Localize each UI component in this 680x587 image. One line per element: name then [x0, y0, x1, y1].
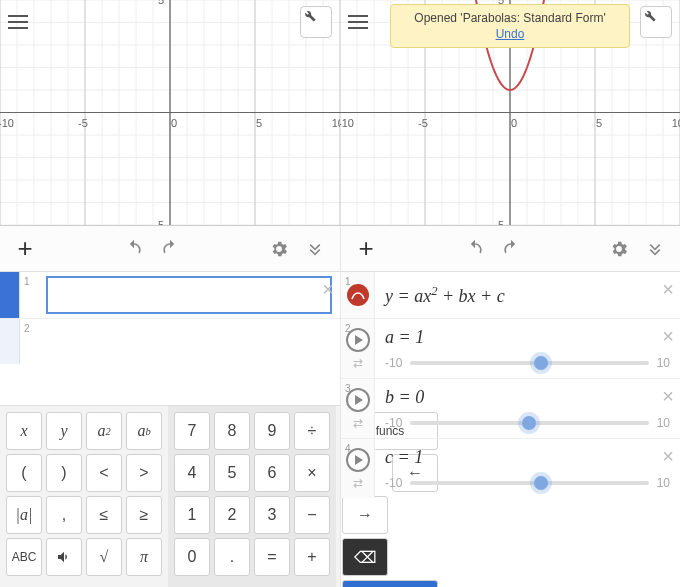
key-9[interactable]: 9: [254, 412, 290, 450]
slider-max: 10: [657, 476, 670, 490]
settings-wrench-left[interactable]: [300, 6, 332, 38]
key-≥[interactable]: ≥: [126, 496, 162, 534]
chevron-double-down-icon: [645, 239, 665, 259]
key-√[interactable]: √: [86, 538, 122, 576]
add-expression-button[interactable]: +: [10, 234, 40, 264]
svg-text:5: 5: [596, 117, 602, 129]
slider-track[interactable]: [410, 421, 648, 425]
expression-row[interactable]: 3⇄b = 0-1010×: [341, 378, 680, 438]
expression-input[interactable]: [46, 276, 332, 314]
expression-row-1[interactable]: 1 ×: [0, 272, 340, 318]
key-3[interactable]: 3: [254, 496, 290, 534]
key-4[interactable]: 4: [174, 454, 210, 492]
graph-pane-right[interactable]: -10-50510-55 Opened 'Parabolas: Standard…: [340, 0, 680, 225]
slider-track[interactable]: [410, 481, 648, 485]
key-([interactable]: (: [6, 454, 42, 492]
toast-text: Opened 'Parabolas: Standard Form': [414, 11, 605, 25]
slider-min: -10: [385, 356, 402, 370]
svg-text:-10: -10: [340, 117, 354, 129]
key-ABC[interactable]: ABC: [6, 538, 42, 576]
svg-text:0: 0: [171, 117, 177, 129]
row-gutter: 4⇄: [341, 439, 375, 498]
wrench-icon: [301, 7, 317, 23]
key-)[interactable]: ): [46, 454, 82, 492]
delete-row-button[interactable]: ×: [662, 385, 674, 408]
row-content: a = 1-1010: [375, 319, 680, 378]
undo-button[interactable]: [460, 234, 490, 264]
key-5[interactable]: 5: [214, 454, 250, 492]
key-<[interactable]: <: [86, 454, 122, 492]
wrench-icon: [641, 7, 657, 23]
key-a²[interactable]: a2: [86, 412, 122, 450]
gear-button[interactable]: [604, 234, 634, 264]
key-0[interactable]: 0: [174, 538, 210, 576]
menu-button-right[interactable]: [348, 8, 376, 36]
key->[interactable]: >: [126, 454, 162, 492]
delete-row-button[interactable]: ×: [662, 325, 674, 348]
loop-icon: ⇄: [353, 476, 363, 490]
delete-row-button[interactable]: ×: [322, 278, 334, 301]
key-×[interactable]: ×: [294, 454, 330, 492]
key-π[interactable]: π: [126, 538, 162, 576]
key-÷[interactable]: ÷: [294, 412, 330, 450]
audio-icon: [56, 549, 72, 565]
key-🔊[interactable]: [46, 538, 82, 576]
collapse-button[interactable]: [640, 234, 670, 264]
toolbar-right: +: [341, 226, 680, 272]
svg-text:-5: -5: [154, 219, 164, 225]
delete-row-button[interactable]: ×: [662, 278, 674, 301]
delete-row-button[interactable]: ×: [662, 445, 674, 468]
graph-pane-left[interactable]: -10-50510-55: [0, 0, 340, 225]
key-1[interactable]: 1: [174, 496, 210, 534]
settings-wrench-right[interactable]: [640, 6, 672, 38]
expression-row-2[interactable]: 2: [0, 318, 340, 364]
key-=[interactable]: =: [254, 538, 290, 576]
chevron-double-down-icon: [305, 239, 325, 259]
key-≤[interactable]: ≤: [86, 496, 122, 534]
slider-label: a = 1: [385, 327, 670, 348]
key-y[interactable]: y: [46, 412, 82, 450]
slider-label: c = 1: [385, 447, 670, 468]
slider-label: b = 0: [385, 387, 670, 408]
slider-thumb[interactable]: [534, 476, 548, 490]
key-+[interactable]: +: [294, 538, 330, 576]
key-,[interactable]: ,: [46, 496, 82, 534]
add-expression-button[interactable]: +: [351, 234, 381, 264]
key-aᵇ[interactable]: ab: [126, 412, 162, 450]
slider-track[interactable]: [410, 361, 648, 365]
key-2[interactable]: 2: [214, 496, 250, 534]
collapse-button[interactable]: [300, 234, 330, 264]
redo-button[interactable]: [155, 234, 185, 264]
key-.[interactable]: .: [214, 538, 250, 576]
gear-button[interactable]: [264, 234, 294, 264]
toast-notification: Opened 'Parabolas: Standard Form' Undo: [390, 4, 630, 48]
slider[interactable]: -1010: [385, 416, 670, 430]
key-8[interactable]: 8: [214, 412, 250, 450]
svg-text:10: 10: [332, 117, 340, 129]
slider-thumb[interactable]: [534, 356, 548, 370]
redo-button[interactable]: [496, 234, 526, 264]
slider[interactable]: -1010: [385, 356, 670, 370]
menu-button-left[interactable]: [8, 8, 36, 36]
expression-row[interactable]: 4⇄c = 1-1010×: [341, 438, 680, 498]
slider-max: 10: [657, 416, 670, 430]
slider-min: -10: [385, 416, 402, 430]
slider[interactable]: -1010: [385, 476, 670, 490]
gear-icon: [269, 239, 289, 259]
svg-text:0: 0: [511, 117, 517, 129]
row-gutter: 1: [341, 272, 375, 318]
slider-min: -10: [385, 476, 402, 490]
key-−[interactable]: −: [294, 496, 330, 534]
slider-max: 10: [657, 356, 670, 370]
expression-row[interactable]: 1y = ax2 + bx + c×: [341, 272, 680, 318]
key-6[interactable]: 6: [254, 454, 290, 492]
key-x[interactable]: x: [6, 412, 42, 450]
undo-link[interactable]: Undo: [399, 27, 621, 41]
curve-icon: [347, 284, 369, 306]
undo-button[interactable]: [119, 234, 149, 264]
expression-row[interactable]: 2⇄a = 1-1010×: [341, 318, 680, 378]
slider-thumb[interactable]: [522, 416, 536, 430]
undo-icon: [465, 239, 485, 259]
key-|a|[interactable]: |a|: [6, 496, 42, 534]
key-7[interactable]: 7: [174, 412, 210, 450]
